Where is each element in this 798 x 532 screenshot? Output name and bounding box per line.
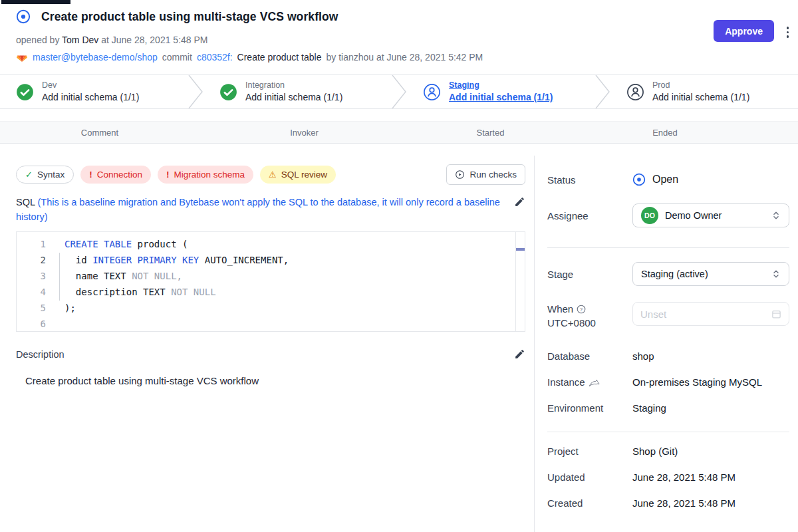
edit-sql-pencil-icon[interactable] (514, 196, 525, 208)
stage-chevron-separator (595, 75, 610, 108)
code-line: 2 id INTEGER PRIMARY KEY AUTO_INCREMENT, (17, 252, 525, 268)
instance-label: Instance (547, 376, 632, 388)
stage-prod[interactable]: Prod Add initial schema (1/1) (610, 75, 798, 108)
database-value: shop (632, 350, 654, 362)
project-label: Project (547, 446, 632, 457)
run-checks-button[interactable]: Run checks (446, 164, 525, 185)
when-row: When ? UTC+0800 Unset (547, 302, 789, 330)
task-table-header: Comment Invoker Started Ended (0, 121, 798, 144)
commit-meta: by tianzhou at June 28, 2021 5:42 PM (326, 52, 483, 63)
stage-task-link[interactable]: Add initial schema (1/1) (245, 90, 342, 104)
exclamation-icon: ! (166, 170, 170, 180)
opened-by-prefix: opened by (16, 35, 59, 45)
stage-name: Staging (449, 80, 553, 90)
database-row: Database shop (547, 350, 789, 362)
line-number: 2 (17, 252, 46, 268)
gitlab-icon (16, 51, 28, 63)
code-line: 5 ); (17, 300, 525, 316)
issue-sidebar: Status Open Assignee DO Demo Owner (534, 156, 798, 532)
ruler-marker (516, 248, 525, 251)
column-header-invoker: Invoker (200, 128, 409, 138)
page-title: Create product table using multi-stage V… (41, 10, 338, 24)
status-row: Status Open (547, 173, 789, 186)
column-header-started: Started (409, 128, 572, 138)
stage-pending-person-icon (626, 83, 644, 101)
stage-chevron-separator (188, 75, 203, 108)
badge-label: Syntax (37, 170, 65, 180)
exclamation-icon: ! (89, 170, 92, 180)
issue-author: Tom Dev (62, 35, 98, 45)
database-label: Database (547, 350, 632, 362)
created-label: Created (547, 497, 632, 509)
opened-by-line: opened by Tom Dev at June 28, 2021 5:48 … (16, 35, 774, 45)
play-circle-icon (455, 170, 465, 180)
description-label: Description (16, 347, 507, 362)
created-value: June 28, 2021 5:48 PM (632, 497, 735, 509)
calendar-icon (771, 309, 781, 319)
code-line: 1 CREATE TABLE product ( (17, 236, 525, 252)
stage-task-link[interactable]: Add initial schema (1/1) (652, 90, 749, 104)
line-number: 4 (17, 284, 46, 300)
svg-text:?: ? (580, 307, 583, 313)
stage-task-link[interactable]: Add initial schema (1/1) (449, 90, 553, 104)
check-badge-connection: ! Connection (80, 166, 151, 184)
stage-done-check-icon (16, 83, 34, 101)
commit-message: Create product table (237, 52, 322, 63)
check-badge-sql-review: ⚠ SQL review (260, 166, 336, 184)
check-badges: ✓ Syntax ! Connection ! Migration schema… (16, 166, 336, 184)
environment-row: Environment Staging (547, 402, 789, 414)
edit-description-pencil-icon[interactable] (514, 348, 525, 360)
line-number: 6 (17, 316, 46, 332)
run-checks-label: Run checks (469, 170, 517, 180)
more-options-menu-icon[interactable] (784, 24, 792, 41)
code-line: 4 description TEXT NOT NULL (17, 284, 525, 300)
sql-section-label: SQL (This is a baseline migration and By… (16, 195, 507, 224)
stage-staging[interactable]: Staging Add initial schema (1/1) (407, 75, 595, 108)
column-header-comment: Comment (0, 128, 200, 138)
mysql-dolphin-icon (589, 379, 600, 387)
project-row: Project Shop (Git) (547, 446, 789, 457)
badge-label: SQL review (281, 170, 327, 180)
sql-label: SQL (16, 197, 35, 207)
sql-baseline-note: (This is a baseline migration and Byteba… (16, 197, 500, 222)
code-line: 3 name TEXT NOT NULL, (17, 268, 525, 284)
sql-code-editor[interactable]: 1 CREATE TABLE product ( 2 id INTEGER PR… (16, 231, 525, 332)
editor-overview-ruler[interactable] (515, 232, 525, 331)
stage-task-link[interactable]: Add initial schema (1/1) (42, 90, 139, 104)
status-label: Status (547, 174, 632, 186)
stage-dev[interactable]: Dev Add initial schema (1/1) (0, 75, 188, 108)
commit-hash-link[interactable]: c80352f: (197, 52, 233, 63)
commit-label: commit (162, 52, 192, 63)
chevron-up-down-icon (771, 269, 781, 279)
issue-detail-page: Create product table using multi-stage V… (0, 0, 798, 532)
check-icon: ✓ (25, 170, 33, 180)
stage-done-check-icon (219, 83, 237, 101)
when-date-input[interactable]: Unset (632, 302, 789, 326)
updated-row: Updated June 28, 2021 5:48 PM (547, 471, 789, 483)
project-value: Shop (Git) (632, 446, 678, 457)
issue-main-panel: ✓ Syntax ! Connection ! Migration schema… (0, 156, 534, 532)
stage-chevron-separator (391, 75, 407, 108)
updated-label: Updated (547, 471, 632, 483)
stage-select[interactable]: Staging (active) (632, 262, 789, 286)
line-number: 3 (17, 268, 46, 284)
issue-opened-time: at June 28, 2021 5:48 PM (101, 35, 207, 45)
when-label: When ? UTC+0800 (547, 302, 632, 330)
assignee-value: Demo Owner (665, 210, 722, 221)
branch-repo-link[interactable]: master@bytebase-demo/shop (33, 52, 158, 63)
assignee-select[interactable]: DO Demo Owner (632, 203, 789, 227)
stage-pending-person-icon (423, 83, 441, 101)
assignee-avatar: DO (641, 207, 658, 224)
when-timezone: UTC+0800 (547, 317, 596, 329)
description-text: Create product table using multi-stage V… (16, 375, 525, 475)
chevron-up-down-icon (771, 211, 781, 220)
approve-button[interactable]: Approve (714, 20, 774, 42)
assignee-label: Assignee (547, 210, 632, 221)
assignee-row: Assignee DO Demo Owner (547, 203, 789, 227)
indent-guide (59, 253, 60, 301)
stage-integration[interactable]: Integration Add initial schema (1/1) (203, 75, 391, 108)
divider (547, 247, 789, 248)
help-question-icon[interactable]: ? (577, 305, 586, 314)
stage-name: Integration (245, 80, 342, 90)
stage-name: Dev (42, 80, 139, 90)
